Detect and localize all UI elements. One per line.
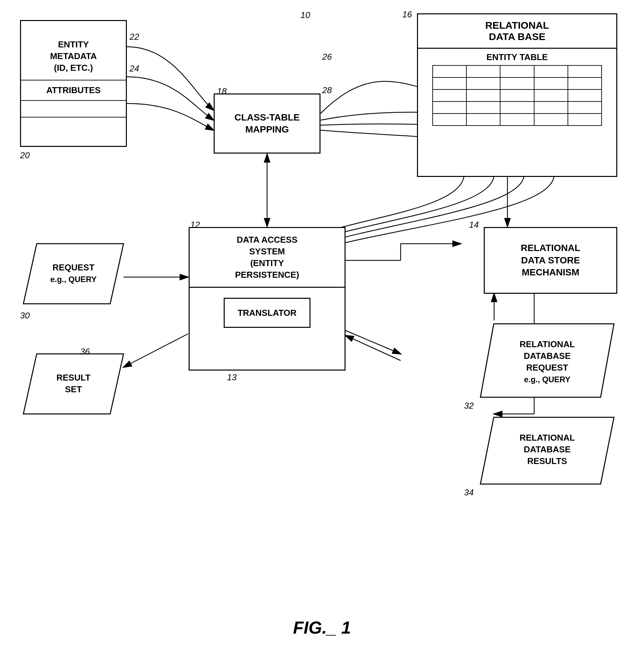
ref-24: 24 (129, 63, 139, 74)
rel-data-store-box: RELATIONAL DATA STORE MECHANISM (484, 227, 617, 294)
ref-32: 32 (464, 401, 474, 411)
svg-text:SET: SET (65, 384, 82, 394)
svg-line-5 (345, 330, 401, 354)
ref-12: 12 (190, 220, 200, 230)
ref-18: 18 (217, 86, 227, 97)
data-access-box: DATA ACCESS SYSTEM (ENTITY PERSISTENCE) … (189, 227, 345, 370)
request-shape: REQUEST e.g., QUERY (20, 240, 127, 308)
ref-13: 13 (227, 372, 237, 382)
svg-text:RELATIONAL: RELATIONAL (519, 339, 575, 349)
class-table-mapping-box: CLASS-TABLE MAPPING (214, 93, 320, 154)
ref-28: 28 (322, 85, 332, 96)
svg-text:REQUEST: REQUEST (526, 363, 568, 372)
entity-table-area: ENTITY TABLE (418, 49, 616, 176)
svg-marker-17 (23, 354, 124, 414)
ref-26: 26 (322, 52, 332, 62)
class-table-label: CLASS-TABLE MAPPING (235, 112, 300, 136)
svg-marker-14 (23, 244, 124, 304)
svg-text:RESULT: RESULT (56, 372, 90, 382)
rel-data-store-label: RELATIONAL DATA STORE MECHANISM (521, 242, 580, 278)
entity-table-label: ENTITY TABLE (487, 52, 548, 62)
ref-10: 10 (301, 10, 310, 20)
data-access-title: DATA ACCESS SYSTEM (ENTITY PERSISTENCE) (190, 228, 344, 288)
svg-text:DATABASE: DATABASE (524, 444, 571, 454)
ref-16: 16 (402, 9, 412, 20)
entity-table-grid (432, 65, 602, 126)
svg-text:e.g., QUERY: e.g., QUERY (50, 275, 97, 284)
ref-22: 22 (129, 32, 139, 42)
figure-label: FIG._ 1 (293, 618, 351, 637)
svg-line-6 (345, 336, 401, 360)
svg-text:RESULTS: RESULTS (527, 456, 567, 466)
translator-box: TRANSLATOR (224, 298, 311, 328)
svg-line-7 (124, 334, 188, 367)
ref-36: 36 (80, 346, 90, 357)
relational-db-title: RELATIONAL DATA BASE (418, 14, 616, 49)
rel-db-results-shape: RELATIONAL DATABASE RESULTS (477, 414, 617, 489)
ref-34: 34 (464, 488, 474, 498)
entity-metadata-title: ENTITY METADATA (ID, ETC.) (21, 33, 126, 80)
rel-db-request-shape: RELATIONAL DATABASE REQUEST e.g., QUERY (477, 320, 617, 402)
ref-14: 14 (469, 220, 479, 230)
svg-text:DATABASE: DATABASE (524, 351, 571, 361)
svg-text:e.g., QUERY: e.g., QUERY (524, 375, 570, 384)
svg-text:REQUEST: REQUEST (52, 262, 94, 273)
ref-20: 20 (20, 150, 30, 161)
entity-metadata-attributes: ATTRIBUTES (21, 80, 126, 101)
relational-db-box: RELATIONAL DATA BASE ENTITY TABLE (417, 13, 617, 177)
ref-30: 30 (20, 311, 30, 321)
result-set-shape: RESULT SET (20, 351, 127, 419)
svg-text:RELATIONAL: RELATIONAL (519, 433, 575, 443)
entity-metadata-box: ENTITY METADATA (ID, ETC.) ATTRIBUTES (20, 20, 127, 147)
